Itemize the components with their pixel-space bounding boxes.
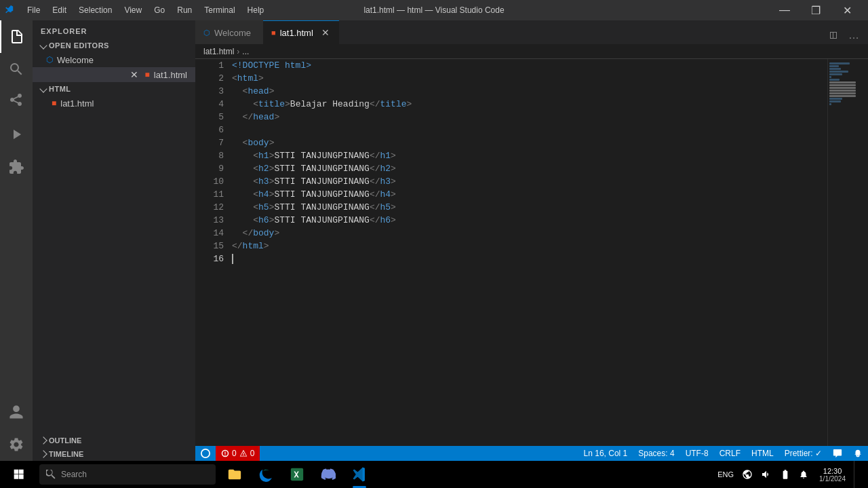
line-numbers: 1 2 3 4 5 6 7 8 9 10 11 12 13 14 15 16 bbox=[195, 59, 229, 446]
sidebar-timeline[interactable]: Timeline bbox=[33, 447, 195, 461]
activity-settings[interactable] bbox=[0, 428, 33, 461]
tab-close-button[interactable]: ✕ bbox=[320, 27, 331, 38]
line-col-text: Ln 16, Col 1 bbox=[584, 449, 628, 458]
breadcrumb-separator: › bbox=[237, 47, 239, 56]
menu-go[interactable]: Go bbox=[149, 4, 170, 16]
taskbar-battery[interactable] bbox=[777, 461, 793, 488]
main-area: Explorer Open Editors ⬡ Welcome ✕ ■ lat1… bbox=[0, 20, 868, 461]
taskbar-edge[interactable] bbox=[251, 461, 281, 488]
taskbar-network[interactable] bbox=[739, 461, 755, 488]
excel-icon bbox=[290, 467, 304, 482]
chevron-down-icon-2 bbox=[39, 85, 47, 92]
code-line-15: </html> bbox=[232, 240, 827, 252]
html-file-icon-2: ■ bbox=[52, 98, 56, 108]
activity-run[interactable] bbox=[0, 118, 33, 151]
taskbar-search-text: Search bbox=[61, 470, 87, 479]
clock-time: 12:30 bbox=[823, 467, 842, 475]
network-icon bbox=[742, 469, 753, 480]
activity-source-control[interactable] bbox=[0, 86, 33, 118]
menu-file[interactable]: File bbox=[22, 4, 45, 16]
minimize-button[interactable]: — bbox=[769, 0, 800, 20]
line-num-5: 5 bbox=[201, 111, 224, 124]
file-explorer-icon bbox=[227, 467, 242, 482]
sidebar-section-open-editors[interactable]: Open Editors bbox=[33, 39, 195, 52]
sidebar-header: Explorer bbox=[33, 20, 195, 39]
menu-selection[interactable]: Selection bbox=[73, 4, 117, 16]
sidebar-outline[interactable]: Outline bbox=[33, 434, 195, 447]
menu-view[interactable]: View bbox=[119, 4, 147, 16]
menu-edit[interactable]: Edit bbox=[47, 4, 72, 16]
breadcrumb-rest[interactable]: ... bbox=[242, 47, 249, 56]
titlebar-menus: File Edit Selection View Go Run Terminal… bbox=[22, 4, 269, 16]
status-eol[interactable]: CRLF bbox=[714, 446, 746, 461]
taskbar-discord[interactable] bbox=[313, 461, 343, 488]
menu-terminal[interactable]: Terminal bbox=[199, 4, 240, 16]
activity-explorer[interactable] bbox=[0, 20, 33, 53]
status-spaces[interactable]: Spaces: 4 bbox=[633, 446, 679, 461]
status-encoding[interactable]: UTF-8 bbox=[680, 446, 714, 461]
activity-accounts[interactable] bbox=[0, 396, 33, 428]
status-prettier[interactable]: Prettier: ✓ bbox=[779, 446, 827, 461]
code-line-6 bbox=[232, 124, 827, 136]
line-num-14: 14 bbox=[201, 227, 224, 240]
status-line-col[interactable]: Ln 16, Col 1 bbox=[578, 446, 633, 461]
menu-help[interactable]: Help bbox=[242, 4, 270, 16]
taskbar-vscode[interactable] bbox=[344, 461, 374, 488]
line-num-2: 2 bbox=[201, 72, 224, 85]
breadcrumb: lat1.html › ... bbox=[195, 44, 868, 59]
maximize-button[interactable]: ❐ bbox=[800, 0, 831, 20]
start-button[interactable] bbox=[3, 461, 35, 488]
activity-extensions[interactable] bbox=[0, 151, 33, 183]
code-area[interactable]: <!DOCTYPE html> <html> <head> <title>Bel… bbox=[229, 59, 827, 446]
taskbar-show-desktop[interactable] bbox=[854, 461, 860, 488]
taskbar-excel[interactable] bbox=[282, 461, 312, 488]
status-left: 0 0 bbox=[195, 446, 260, 461]
taskbar-clock[interactable]: 12:30 1/1/2024 bbox=[814, 461, 851, 488]
taskbar-lang[interactable]: ENG bbox=[715, 461, 736, 488]
line-num-6: 6 bbox=[201, 124, 224, 136]
code-line-5: </head> bbox=[232, 111, 827, 124]
warning-count: 0 bbox=[250, 449, 255, 458]
activity-search[interactable] bbox=[0, 53, 33, 86]
minimap-line-7 bbox=[829, 79, 840, 81]
code-line-1: <!DOCTYPE html> bbox=[232, 59, 827, 72]
minimap-line-13 bbox=[829, 95, 856, 97]
sidebar-html-lat1html[interactable]: ■ lat1.html bbox=[33, 96, 195, 111]
sidebar-close-icon[interactable]: ✕ bbox=[129, 69, 140, 80]
status-notification[interactable] bbox=[848, 446, 868, 461]
split-editor-button[interactable] bbox=[825, 26, 842, 44]
account-icon bbox=[8, 404, 24, 420]
line-num-15: 15 bbox=[201, 240, 224, 252]
status-remote[interactable] bbox=[195, 446, 216, 461]
tab-lat1html[interactable]: ■ lat1.html ✕ bbox=[263, 20, 339, 44]
error-count: 0 bbox=[232, 449, 237, 458]
status-errors[interactable]: 0 0 bbox=[216, 446, 260, 461]
remote-icon bbox=[201, 449, 210, 458]
line-num-8: 8 bbox=[201, 149, 224, 162]
taskbar-sound[interactable] bbox=[758, 461, 774, 488]
battery-icon bbox=[780, 469, 791, 480]
taskbar-apps bbox=[220, 461, 374, 488]
window-title: lat1.html — html — Visual Studio Code bbox=[363, 5, 504, 15]
feedback-icon bbox=[833, 449, 842, 458]
editor-content[interactable]: 1 2 3 4 5 6 7 8 9 10 11 12 13 14 15 16 <… bbox=[195, 59, 868, 446]
error-icon bbox=[221, 449, 229, 457]
status-feedback[interactable] bbox=[827, 446, 848, 461]
taskbar-notifications[interactable] bbox=[796, 461, 811, 488]
sidebar-file-lat1html[interactable]: ✕ ■ lat1.html bbox=[33, 67, 195, 82]
sidebar-welcome-name: Welcome bbox=[57, 55, 94, 65]
more-actions-button[interactable]: … bbox=[845, 26, 863, 44]
tab-welcome[interactable]: ⬡ Welcome bbox=[195, 20, 263, 44]
taskbar-file-explorer[interactable] bbox=[220, 461, 250, 488]
breadcrumb-file[interactable]: lat1.html bbox=[203, 47, 234, 56]
close-button[interactable]: ✕ bbox=[831, 0, 863, 20]
titlebar-left: File Edit Selection View Go Run Terminal… bbox=[5, 4, 269, 16]
window-controls: — ❐ ✕ bbox=[769, 0, 863, 20]
taskbar-search[interactable]: Search bbox=[39, 464, 216, 485]
spaces-text: Spaces: 4 bbox=[638, 449, 674, 458]
sidebar-section-html[interactable]: HTML bbox=[33, 82, 195, 96]
status-language[interactable]: HTML bbox=[746, 446, 779, 461]
menu-run[interactable]: Run bbox=[172, 4, 197, 16]
sidebar-file-welcome[interactable]: ⬡ Welcome bbox=[33, 52, 195, 67]
text-cursor bbox=[232, 254, 233, 264]
